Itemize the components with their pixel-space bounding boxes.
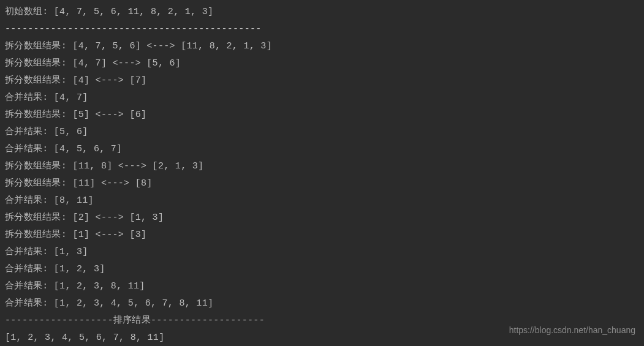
- console-line: 拆分数组结果: [4, 7] <---> [5, 6]: [5, 55, 639, 72]
- console-line: 合并结果: [1, 3]: [5, 244, 639, 261]
- console-line: 拆分数组结果: [1] <---> [3]: [5, 227, 639, 244]
- console-line: 合并结果: [4, 7]: [5, 89, 639, 107]
- watermark: https://blog.csdn.net/han_chuang: [509, 322, 635, 339]
- console-line: 拆分数组结果: [11] <---> [8]: [5, 175, 639, 192]
- console-line: 合并结果: [8, 11]: [5, 192, 639, 209]
- console-line: ----------------------------------------…: [5, 21, 639, 38]
- console-line: 拆分数组结果: [4] <---> [7]: [5, 72, 639, 89]
- console-line: 合并结果: [5, 6]: [5, 124, 639, 141]
- console-line: 拆分数组结果: [4, 7, 5, 6] <---> [11, 8, 2, 1,…: [5, 38, 639, 55]
- console-line: 拆分数组结果: [2] <---> [1, 3]: [5, 209, 639, 227]
- console-line: 拆分数组结果: [11, 8] <---> [2, 1, 3]: [5, 158, 639, 175]
- console-line: 合并结果: [1, 2, 3, 4, 5, 6, 7, 8, 11]: [5, 295, 639, 312]
- console-line: 初始数组: [4, 7, 5, 6, 11, 8, 2, 1, 3]: [5, 4, 639, 21]
- console-line: 合并结果: [1, 2, 3, 8, 11]: [5, 278, 639, 295]
- console-line: 合并结果: [4, 5, 6, 7]: [5, 141, 639, 158]
- console-output: 初始数组: [4, 7, 5, 6, 11, 8, 2, 1, 3] -----…: [5, 4, 639, 346]
- console-line: 合并结果: [1, 2, 3]: [5, 261, 639, 278]
- console-line: 拆分数组结果: [5] <---> [6]: [5, 107, 639, 124]
